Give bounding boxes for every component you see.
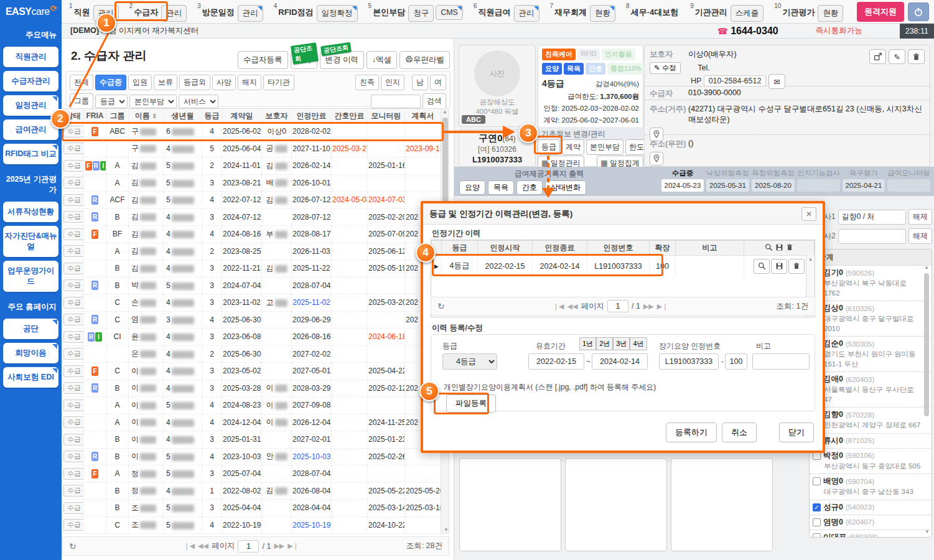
remote-support-button[interactable]: 원격지원 (857, 2, 904, 22)
table-row[interactable]: 수급 C 조 5 42022-10-19 2025-10-192024-10-2… (63, 516, 441, 534)
manage-button-1[interactable]: 계약 (562, 139, 584, 155)
status-tab-4[interactable]: 등급외 (179, 75, 210, 90)
table-row[interactable]: 수급 A 김 4 22023-08-25 2026-11-032025-06-1… (63, 243, 441, 260)
table-row[interactable]: 수급 B 조 5 32025-04-04 2028-04-042025-03-1… (63, 500, 441, 517)
status-tab-2[interactable]: 입원 (128, 75, 152, 90)
table-row[interactable]: 수급 B 정 4 12022-08-02 김 2026-08-042025-05… (63, 482, 441, 500)
sidebar-item-1-2[interactable]: 업무운영가이드 (3, 261, 58, 292)
table-row[interactable]: 수급 FC 이 4 32023-05-02 2027-05-012025-04-… (63, 363, 441, 380)
table-row[interactable]: 수급 RB 이 5 42023-10-03 안 2025-10-032025-0… (63, 448, 441, 465)
status-tab-0[interactable]: 전체 (70, 75, 93, 90)
form-period-end-input[interactable] (592, 353, 648, 370)
table-row[interactable]: 수급 RACF 김 5 42022-07-12 김 2026-07-122024… (63, 192, 441, 209)
page-input[interactable] (238, 540, 259, 553)
nav-button-5[interactable]: 관리 (514, 5, 539, 22)
form-grade-select[interactable]: 4등급 (442, 353, 497, 370)
col-header-8[interactable]: 인정만료 (292, 109, 332, 123)
person-item-1[interactable]: 김상0 (610326) 대구광역시 중구 달구벌대로 2010 (810, 301, 932, 337)
person-checkbox-9[interactable] (813, 518, 821, 526)
form-period-start-input[interactable] (528, 353, 584, 370)
page-next[interactable]: ▶▶ (274, 542, 284, 550)
modal-close-button[interactable]: ✕ (801, 207, 816, 221)
col-header-9[interactable]: 간호만료 (332, 109, 368, 123)
nav-button-4[interactable]: 청구 (408, 5, 434, 22)
person-list-scrollbar[interactable]: ▲▼ (923, 264, 930, 534)
table-row[interactable]: 수급 RICI 윤 4 32023-06-08 2026-08-162024-0… (63, 329, 441, 346)
table-row[interactable]: 수급 RB 이 4 32025-03-28 이 2028-03-292025-0… (63, 380, 441, 397)
page-first[interactable]: ❘◀ (553, 302, 564, 310)
power-button[interactable] (908, 2, 929, 21)
table-row[interactable]: 수급 FA 정 5 32025-07-04 2028-07-04 (63, 465, 441, 483)
edit-icon-button[interactable]: ✎ (889, 49, 905, 64)
nav-item-5[interactable]: 6직원급여관리 (474, 2, 541, 22)
nav-button-3[interactable]: 일정확정 (317, 5, 358, 22)
popup-button[interactable] (869, 49, 886, 64)
caregiver-input-1[interactable] (838, 229, 906, 244)
toolbar-button-3[interactable]: ↓엑셀 (367, 51, 397, 69)
nav-item-0[interactable]: 1직원관리 (69, 2, 121, 22)
col-header-7[interactable]: 보호자 (262, 109, 292, 123)
table-row[interactable]: 수급 A 이 4 42024-12-04 이 2026-12-042024-11… (63, 414, 441, 431)
col-header-2[interactable]: 그룹 (106, 109, 129, 123)
table-row[interactable]: 수급 FBF 김 4 42024-08-16 부 2028-08-172025-… (63, 226, 441, 243)
nav-button-0[interactable]: 관리 (93, 5, 119, 22)
col-header-3[interactable]: 이름 ⇕ (129, 109, 164, 123)
col-header-4[interactable]: 생년월 (164, 109, 202, 123)
toolbar-button-4[interactable]: 우편라벨 (399, 51, 450, 69)
relation-tab-1[interactable]: 인지 (381, 75, 404, 90)
record-button-2[interactable]: 간호 (516, 180, 543, 195)
nav-button-8[interactable]: 스케줄 (731, 5, 764, 22)
nav-item-4[interactable]: 5본인부담청구CMS (368, 2, 465, 22)
nav-button-4[interactable]: CMS (436, 5, 463, 20)
manage-button-2[interactable]: 본인부담 (586, 139, 623, 155)
person-item-6[interactable]: 박정0 (590106) 부산광역시 동구 중앙대로 505 (810, 449, 932, 475)
file-upload-button[interactable]: 파일등록 (446, 394, 496, 413)
nav-button-6[interactable]: 현황 (590, 5, 615, 22)
table-row[interactable]: 수급 RB 김 4 32024-07-12 2028-07-122025-02-… (63, 208, 441, 226)
table-row[interactable]: 수급 C 손 4 32023-11-02 고 2025-11-022025-03… (63, 294, 441, 312)
person-checkbox-7[interactable] (813, 477, 821, 485)
person-item-2[interactable]: 김순0 (530305) 경기도 부천시 원미구 원미동 151-1 두산 (810, 337, 932, 372)
row-save-button[interactable] (771, 259, 787, 274)
nav-item-7[interactable]: 8세무·4대보험 (626, 2, 681, 22)
page-prev[interactable]: ◀◀ (198, 542, 208, 550)
nav-item-1[interactable]: 2수급자관리 (129, 2, 189, 22)
table-row[interactable]: 수급 A 이 5 42024-08-23 이 2027-09-08 (63, 397, 441, 414)
record-button-0[interactable]: 요양 (459, 180, 485, 195)
table-row[interactable]: 수급 FRIA 김 5 22024-11-01 김 2026-02-142025… (63, 157, 441, 175)
caregiver-release-button-0[interactable]: 해제 (908, 209, 932, 225)
person-item-9[interactable]: 염명0 (620407) (810, 515, 932, 530)
col-header-0[interactable]: 상태 (63, 109, 84, 123)
page-first[interactable]: ❘◀ (184, 542, 195, 550)
record-button-1[interactable]: 목욕 (488, 180, 514, 195)
col-header-5[interactable]: 등급 (202, 109, 222, 123)
filter-select-2[interactable]: 서비스 (179, 95, 218, 108)
status-tab-5[interactable]: 사망 (212, 75, 236, 90)
person-item-3[interactable]: 김애0 (620403) 서울특별시 용산구 우사단로 47 (810, 372, 932, 408)
person-checkbox-10[interactable] (813, 533, 821, 538)
sidebar-item-2-0[interactable]: 공단 (3, 319, 58, 339)
nav-button-1[interactable]: 관리 (161, 5, 187, 22)
form-note-input[interactable] (752, 353, 810, 370)
person-checkbox-8[interactable]: ✓ (813, 503, 821, 511)
person-item-7[interactable]: 배영0 (590704) 대구광역시 중구 남산동 343 (810, 474, 932, 500)
sidebar-item-0-2[interactable]: 일정관리 (3, 95, 58, 116)
map-pin-button-mail[interactable] (650, 152, 663, 166)
col-header-11[interactable]: 계획서 (405, 109, 441, 123)
toolbar-button-0[interactable]: 수급자등록 (238, 51, 288, 69)
col-header-6[interactable]: 계약일 (222, 109, 262, 123)
year-button-1[interactable]: 2년 (596, 337, 613, 350)
modal-grid-row[interactable]: ▶4등급2022-02-152024-02-14L1910037333100 (432, 256, 815, 277)
nav-item-3[interactable]: 4RFID점검일정확정 (274, 2, 360, 22)
search-input[interactable] (371, 95, 421, 108)
nav-item-6[interactable]: 7재무회계현황 (550, 2, 618, 22)
refresh-icon[interactable]: ↻ (69, 541, 77, 551)
nav-item-2[interactable]: 3방문일정관리 (197, 2, 265, 22)
nav-item-9[interactable]: 10기관평가현황 (774, 2, 845, 22)
form-cert-ext-input[interactable] (725, 353, 747, 370)
page-prev[interactable]: ◀◀ (567, 302, 578, 310)
manage-button-0[interactable]: 등급 (538, 139, 560, 155)
year-button-2[interactable]: 3년 (613, 337, 630, 350)
relation-tab-0[interactable]: 친족 (355, 75, 379, 90)
sidebar-item-2-2[interactable]: 사회보험 EDI (3, 367, 58, 388)
